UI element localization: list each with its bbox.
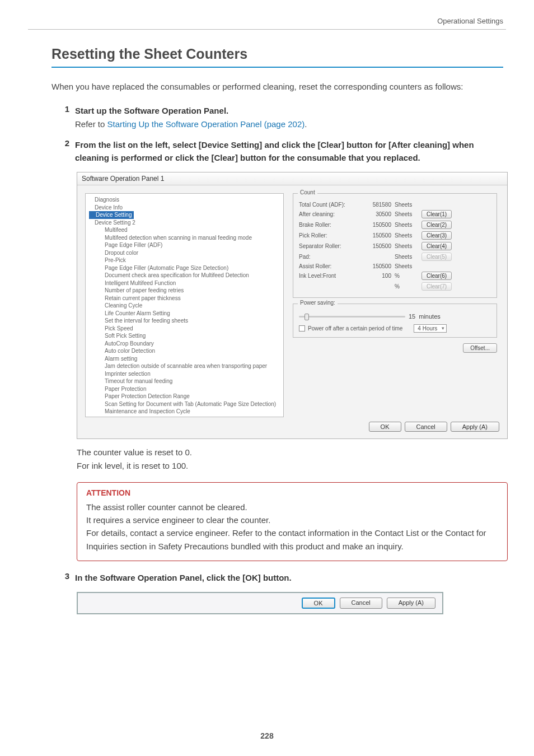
clear-button: Clear(7)	[421, 282, 452, 291]
tree-item[interactable]: Page Edge Filler (Automatic Page Size De…	[89, 264, 280, 272]
clear-button[interactable]: Clear(2)	[421, 221, 452, 229]
attention-line: For details, contact a service engineer.…	[86, 526, 498, 553]
intro-text: When you have replaced the consumables o…	[51, 80, 503, 93]
counter-unit: Sheets	[391, 222, 418, 228]
attention-title: ATTENTION	[86, 488, 498, 497]
tree-item[interactable]: Dropout color	[89, 249, 280, 257]
power-off-checkbox[interactable]: Power off after a certain period of time…	[299, 324, 491, 333]
counter-value: 150500	[360, 243, 391, 249]
power-minutes-value: 15	[409, 313, 415, 320]
apply-button[interactable]: Apply (A)	[387, 598, 435, 609]
attention-box: ATTENTION The assist roller counter cann…	[77, 482, 508, 561]
step-1: 1 Start up the Software Operation Panel.…	[62, 104, 503, 130]
tree-item[interactable]: AutoCrop Boundary	[89, 340, 280, 348]
power-minutes-unit: minutes	[419, 313, 441, 320]
tree-item[interactable]: Maintenance and Inspection Cycle	[89, 408, 280, 416]
tree-item[interactable]: Life Counter Alarm Setting	[89, 310, 280, 318]
tree-item[interactable]: Device Info	[89, 204, 280, 212]
tree-item[interactable]: Device Setting 2	[89, 219, 280, 227]
tree-item[interactable]: Imprinter selection	[89, 370, 280, 378]
tree-item[interactable]: Page Edge Filler (ADF)	[89, 241, 280, 249]
tree-item[interactable]: Auto color Detection	[89, 347, 280, 355]
cancel-button[interactable]: Cancel	[405, 422, 447, 432]
counter-unit: Sheets	[391, 232, 418, 239]
tree-item[interactable]: Cleaning Cycle	[89, 302, 280, 310]
counter-value: 150500	[360, 222, 391, 228]
step-title: From the list on the left, select [Devic…	[75, 138, 503, 165]
tree-item[interactable]: Alarm setting	[89, 355, 280, 363]
tree-item[interactable]: Paper Protection	[89, 385, 280, 393]
counter-label: After cleaning:	[299, 211, 360, 217]
offset-button[interactable]: Offset...	[463, 343, 497, 353]
power-off-select[interactable]: 4 Hours	[414, 324, 447, 333]
mini-dialog: OK Cancel Apply (A)	[77, 592, 443, 614]
step-title: Start up the Software Operation Panel.	[75, 104, 503, 117]
group-title: Count	[298, 189, 317, 195]
clear-button[interactable]: Clear(1)	[421, 210, 452, 218]
step-sub-prefix: Refer to	[75, 119, 107, 129]
step-2: 2 From the list on the left, select [Dev…	[62, 138, 503, 165]
link-starting-sop[interactable]: Starting Up the Software Operation Panel…	[107, 119, 305, 129]
apply-button[interactable]: Apply (A)	[451, 422, 499, 432]
clear-button[interactable]: Clear(6)	[421, 272, 452, 280]
step-sub-suffix: .	[305, 119, 307, 129]
tree-item[interactable]: Soft Pick Setting	[89, 332, 280, 340]
step-number: 3	[62, 571, 69, 584]
dialog-title: Software Operation Panel 1	[77, 172, 507, 185]
group-title: Power saving:	[298, 300, 338, 306]
tree-item[interactable]: Pick Speed	[89, 325, 280, 333]
tree-item[interactable]: Pre-Pick	[89, 256, 280, 264]
counter-row: Brake Roller:150500SheetsClear(2)	[299, 221, 491, 229]
tree-item[interactable]: Document check area specification for Mu…	[89, 272, 280, 279]
clear-button: Clear(5)	[421, 253, 452, 261]
clear-button[interactable]: Clear(4)	[421, 242, 452, 250]
power-off-label: Power off after a certain period of time	[308, 325, 402, 332]
header-category: Operational Settings	[437, 17, 503, 25]
counter-row: Separator Roller:150500SheetsClear(4)	[299, 242, 491, 250]
step-3: 3 In the Software Operation Panel, click…	[62, 571, 503, 584]
counter-label: Brake Roller:	[299, 222, 360, 228]
tree-item[interactable]: Timeout for manual feeding	[89, 377, 280, 385]
counter-label: Separator Roller:	[299, 243, 360, 249]
power-saving-slider[interactable]: 15 minutes	[299, 313, 491, 320]
ok-button[interactable]: OK	[302, 598, 335, 609]
counter-label: Pick Roller:	[299, 232, 360, 239]
cancel-button[interactable]: Cancel	[340, 598, 382, 609]
tree-item[interactable]: Number of paper feeding retries	[89, 287, 280, 295]
count-group: Count Total Count (ADF):581580SheetsAfte…	[293, 193, 497, 298]
tree-item[interactable]: Jam detection outside of scannable area …	[89, 362, 280, 370]
tree-item[interactable]: Overscan Control	[89, 416, 280, 418]
tree-item[interactable]: Device Setting	[89, 211, 134, 219]
tree-item[interactable]: Retain current paper thickness	[89, 295, 280, 302]
tree-item[interactable]: Paper Protection Detection Range	[89, 393, 280, 400]
counter-label: Assist Roller:	[299, 263, 360, 269]
ok-button[interactable]: OK	[369, 422, 401, 432]
tree-item[interactable]: Scan Setting for Document with Tab (Auto…	[89, 400, 280, 408]
page-title: Resetting the Sheet Counters	[51, 46, 503, 68]
counter-unit: Sheets	[391, 263, 418, 269]
tree-item[interactable]: Diagnosis	[89, 196, 280, 204]
counter-value: 30500	[360, 211, 391, 217]
attention-line: The assist roller counter cannot be clea…	[86, 501, 498, 514]
tree-item[interactable]: Set the interval for feeding sheets	[89, 317, 280, 325]
tree-item[interactable]: Multifeed	[89, 226, 280, 234]
step-title: In the Software Operation Panel, click t…	[75, 571, 503, 584]
tree-item[interactable]: Intelligent Multifeed Function	[89, 279, 280, 287]
counter-label: Pad:	[299, 254, 360, 260]
counter-unit: %	[391, 273, 418, 279]
counter-value: 100	[360, 273, 391, 279]
counter-row: %Clear(7)	[299, 282, 491, 291]
tree-item-selected[interactable]: Device Setting	[95, 211, 133, 219]
counter-value: 150500	[360, 232, 391, 239]
counter-row: After cleaning:30500SheetsClear(1)	[299, 210, 491, 218]
counter-value: 581580	[360, 202, 391, 208]
counter-row: Pad:SheetsClear(5)	[299, 253, 491, 261]
counter-unit: Sheets	[391, 211, 418, 217]
tree-item[interactable]: Multifeed detection when scanning in man…	[89, 234, 280, 242]
settings-tree[interactable]: DiagnosisDevice InfoDevice SettingDevice…	[85, 193, 284, 417]
counter-row: Total Count (ADF):581580Sheets	[299, 202, 491, 208]
reset-note-line: For ink level, it is reset to 100.	[77, 459, 503, 472]
counter-row: Assist Roller:150500Sheets	[299, 263, 491, 269]
clear-button[interactable]: Clear(3)	[421, 231, 452, 240]
sop-dialog: Software Operation Panel 1 DiagnosisDevi…	[77, 172, 508, 439]
